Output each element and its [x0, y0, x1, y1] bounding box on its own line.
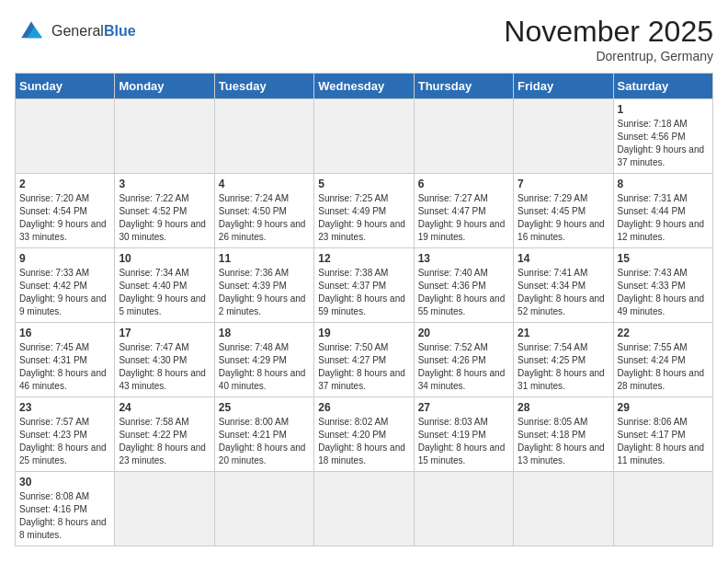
day-info: Sunrise: 8:08 AM Sunset: 4:16 PM Dayligh…: [19, 490, 110, 542]
day-number: 8: [618, 178, 709, 190]
calendar-cell: 30Sunrise: 8:08 AM Sunset: 4:16 PM Dayli…: [16, 472, 115, 546]
calendar-cell: 6Sunrise: 7:27 AM Sunset: 4:47 PM Daylig…: [414, 174, 513, 248]
calendar-cell: 14Sunrise: 7:41 AM Sunset: 4:34 PM Dayli…: [514, 248, 613, 323]
calendar-cell: 13Sunrise: 7:40 AM Sunset: 4:36 PM Dayli…: [414, 248, 513, 323]
calendar-cell: 19Sunrise: 7:50 AM Sunset: 4:27 PM Dayli…: [314, 323, 414, 397]
day-number: 1: [618, 103, 709, 116]
calendar-cell: 29Sunrise: 8:06 AM Sunset: 4:17 PM Dayli…: [613, 397, 712, 472]
weekday-header-row: SundayMondayTuesdayWednesdayThursdayFrid…: [16, 74, 713, 99]
day-info: Sunrise: 7:47 AM Sunset: 4:30 PM Dayligh…: [119, 341, 210, 393]
calendar-cell: 17Sunrise: 7:47 AM Sunset: 4:30 PM Dayli…: [115, 323, 214, 397]
weekday-header-monday: Monday: [115, 74, 214, 99]
day-number: 7: [518, 178, 609, 190]
calendar-week-3: 9Sunrise: 7:33 AM Sunset: 4:42 PM Daylig…: [16, 248, 713, 323]
day-info: Sunrise: 7:40 AM Sunset: 4:36 PM Dayligh…: [418, 267, 509, 318]
day-info: Sunrise: 8:03 AM Sunset: 4:19 PM Dayligh…: [418, 416, 509, 467]
day-info: Sunrise: 7:34 AM Sunset: 4:40 PM Dayligh…: [119, 267, 210, 318]
day-info: Sunrise: 7:58 AM Sunset: 4:22 PM Dayligh…: [119, 416, 210, 467]
day-info: Sunrise: 7:33 AM Sunset: 4:42 PM Dayligh…: [19, 267, 110, 318]
day-info: Sunrise: 7:25 AM Sunset: 4:49 PM Dayligh…: [318, 192, 409, 244]
day-number: 21: [518, 327, 609, 339]
logo: GeneralBlue: [15, 15, 136, 48]
weekday-header-tuesday: Tuesday: [214, 74, 313, 99]
day-number: 23: [19, 401, 110, 414]
calendar-cell: 5Sunrise: 7:25 AM Sunset: 4:49 PM Daylig…: [314, 174, 414, 248]
day-number: 24: [119, 401, 210, 414]
day-info: Sunrise: 7:50 AM Sunset: 4:27 PM Dayligh…: [318, 341, 409, 393]
day-number: 12: [318, 252, 409, 265]
calendar-cell: 10Sunrise: 7:34 AM Sunset: 4:40 PM Dayli…: [115, 248, 214, 323]
calendar-week-1: 1Sunrise: 7:18 AM Sunset: 4:56 PM Daylig…: [16, 99, 713, 174]
day-info: Sunrise: 7:22 AM Sunset: 4:52 PM Dayligh…: [119, 192, 210, 244]
day-number: 16: [19, 327, 110, 339]
calendar-cell: 3Sunrise: 7:22 AM Sunset: 4:52 PM Daylig…: [115, 174, 214, 248]
calendar-cell: 4Sunrise: 7:24 AM Sunset: 4:50 PM Daylig…: [214, 174, 313, 248]
day-number: 13: [418, 252, 509, 265]
calendar-week-5: 23Sunrise: 7:57 AM Sunset: 4:23 PM Dayli…: [16, 397, 713, 472]
day-info: Sunrise: 7:43 AM Sunset: 4:33 PM Dayligh…: [618, 267, 709, 318]
calendar-cell: [514, 99, 613, 174]
calendar-cell: 28Sunrise: 8:05 AM Sunset: 4:18 PM Dayli…: [514, 397, 613, 472]
calendar-cell: [414, 99, 513, 174]
calendar-cell: 24Sunrise: 7:58 AM Sunset: 4:22 PM Dayli…: [115, 397, 214, 472]
calendar-cell: [214, 472, 313, 546]
day-number: 30: [19, 476, 110, 488]
day-info: Sunrise: 7:48 AM Sunset: 4:29 PM Dayligh…: [219, 341, 310, 393]
day-number: 18: [219, 327, 310, 339]
calendar-cell: [314, 99, 414, 174]
day-number: 15: [618, 252, 709, 265]
calendar-cell: 22Sunrise: 7:55 AM Sunset: 4:24 PM Dayli…: [613, 323, 712, 397]
calendar-cell: 11Sunrise: 7:36 AM Sunset: 4:39 PM Dayli…: [214, 248, 313, 323]
calendar-cell: 15Sunrise: 7:43 AM Sunset: 4:33 PM Dayli…: [613, 248, 712, 323]
calendar-week-6: 30Sunrise: 8:08 AM Sunset: 4:16 PM Dayli…: [16, 472, 713, 546]
day-info: Sunrise: 7:31 AM Sunset: 4:44 PM Dayligh…: [618, 192, 709, 244]
day-info: Sunrise: 7:41 AM Sunset: 4:34 PM Dayligh…: [518, 267, 609, 318]
calendar-cell: 23Sunrise: 7:57 AM Sunset: 4:23 PM Dayli…: [16, 397, 115, 472]
day-info: Sunrise: 7:29 AM Sunset: 4:45 PM Dayligh…: [518, 192, 609, 244]
calendar-cell: 2Sunrise: 7:20 AM Sunset: 4:54 PM Daylig…: [16, 174, 115, 248]
calendar-cell: 21Sunrise: 7:54 AM Sunset: 4:25 PM Dayli…: [514, 323, 613, 397]
calendar-cell: [414, 472, 513, 546]
calendar-cell: 7Sunrise: 7:29 AM Sunset: 4:45 PM Daylig…: [514, 174, 613, 248]
day-number: 28: [518, 401, 609, 414]
day-info: Sunrise: 7:36 AM Sunset: 4:39 PM Dayligh…: [219, 267, 310, 318]
day-info: Sunrise: 7:45 AM Sunset: 4:31 PM Dayligh…: [19, 341, 110, 393]
day-info: Sunrise: 7:24 AM Sunset: 4:50 PM Dayligh…: [219, 192, 310, 244]
day-info: Sunrise: 7:57 AM Sunset: 4:23 PM Dayligh…: [19, 416, 110, 467]
weekday-header-saturday: Saturday: [613, 74, 712, 99]
day-number: 9: [19, 252, 110, 265]
day-number: 2: [19, 178, 110, 190]
day-number: 11: [219, 252, 310, 265]
day-info: Sunrise: 7:55 AM Sunset: 4:24 PM Dayligh…: [618, 341, 709, 393]
calendar-week-4: 16Sunrise: 7:45 AM Sunset: 4:31 PM Dayli…: [16, 323, 713, 397]
calendar-cell: 25Sunrise: 8:00 AM Sunset: 4:21 PM Dayli…: [214, 397, 313, 472]
calendar-cell: [613, 472, 712, 546]
day-info: Sunrise: 7:27 AM Sunset: 4:47 PM Dayligh…: [418, 192, 509, 244]
day-info: Sunrise: 7:38 AM Sunset: 4:37 PM Dayligh…: [318, 267, 409, 318]
calendar-cell: 8Sunrise: 7:31 AM Sunset: 4:44 PM Daylig…: [613, 174, 712, 248]
calendar-cell: 20Sunrise: 7:52 AM Sunset: 4:26 PM Dayli…: [414, 323, 513, 397]
day-number: 17: [119, 327, 210, 339]
calendar-cell: 26Sunrise: 8:02 AM Sunset: 4:20 PM Dayli…: [314, 397, 414, 472]
day-info: Sunrise: 7:52 AM Sunset: 4:26 PM Dayligh…: [418, 341, 509, 393]
calendar-cell: [314, 472, 414, 546]
day-number: 26: [318, 401, 409, 414]
calendar-week-2: 2Sunrise: 7:20 AM Sunset: 4:54 PM Daylig…: [16, 174, 713, 248]
logo-text: GeneralBlue: [51, 23, 136, 40]
day-info: Sunrise: 8:06 AM Sunset: 4:17 PM Dayligh…: [618, 416, 709, 467]
logo-icon: [15, 15, 48, 48]
calendar-cell: [16, 99, 115, 174]
day-number: 29: [618, 401, 709, 414]
month-title: November 2025: [504, 15, 713, 49]
calendar-cell: [214, 99, 313, 174]
weekday-header-thursday: Thursday: [414, 74, 513, 99]
weekday-header-friday: Friday: [514, 74, 613, 99]
weekday-header-wednesday: Wednesday: [314, 74, 414, 99]
day-number: 4: [219, 178, 310, 190]
calendar-cell: 12Sunrise: 7:38 AM Sunset: 4:37 PM Dayli…: [314, 248, 414, 323]
calendar-cell: 18Sunrise: 7:48 AM Sunset: 4:29 PM Dayli…: [214, 323, 313, 397]
day-info: Sunrise: 8:05 AM Sunset: 4:18 PM Dayligh…: [518, 416, 609, 467]
calendar-cell: 27Sunrise: 8:03 AM Sunset: 4:19 PM Dayli…: [414, 397, 513, 472]
page-header: GeneralBlue November 2025 Dorentrup, Ger…: [15, 15, 713, 63]
day-info: Sunrise: 7:54 AM Sunset: 4:25 PM Dayligh…: [518, 341, 609, 393]
